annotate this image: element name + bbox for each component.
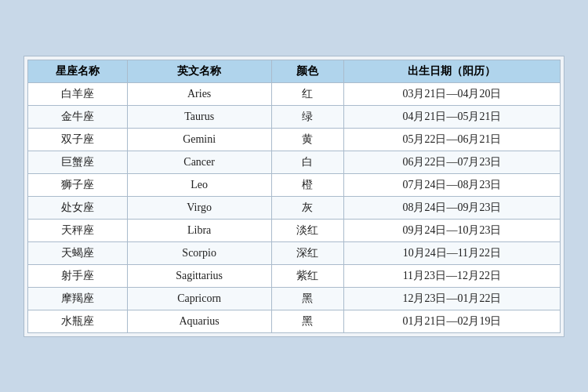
cell-date: 05月22日—06月21日 bbox=[343, 128, 560, 151]
cell-color: 深红 bbox=[271, 241, 343, 264]
table-header-row: 星座名称 英文名称 颜色 出生日期（阳历） bbox=[28, 60, 561, 82]
cell-zh: 水瓶座 bbox=[28, 310, 128, 332]
cell-en: Aries bbox=[127, 82, 271, 105]
table-row: 双子座Gemini黄05月22日—06月21日 bbox=[28, 128, 561, 151]
cell-color: 黑 bbox=[271, 287, 343, 310]
cell-zh: 巨蟹座 bbox=[28, 151, 128, 173]
cell-date: 08月24日—09月23日 bbox=[343, 196, 560, 219]
cell-en: Sagittarius bbox=[127, 264, 271, 287]
cell-date: 01月21日—02月19日 bbox=[343, 310, 560, 332]
cell-en: Scorpio bbox=[127, 241, 271, 264]
cell-date: 10月24日—11月22日 bbox=[343, 241, 560, 264]
table-row: 白羊座Aries红03月21日—04月20日 bbox=[28, 82, 561, 105]
cell-en: Virgo bbox=[127, 196, 271, 219]
cell-zh: 狮子座 bbox=[28, 173, 128, 196]
cell-zh: 金牛座 bbox=[28, 105, 128, 128]
cell-color: 红 bbox=[271, 82, 343, 105]
cell-zh: 天秤座 bbox=[28, 219, 128, 241]
cell-date: 11月23日—12月22日 bbox=[343, 264, 560, 287]
table-row: 狮子座Leo橙07月24日—08月23日 bbox=[28, 173, 561, 196]
table-row: 摩羯座Capricorn黑12月23日—01月22日 bbox=[28, 287, 561, 310]
cell-en: Taurus bbox=[127, 105, 271, 128]
cell-zh: 摩羯座 bbox=[28, 287, 128, 310]
cell-color: 绿 bbox=[271, 105, 343, 128]
cell-zh: 处女座 bbox=[28, 196, 128, 219]
cell-color: 紫红 bbox=[271, 264, 343, 287]
cell-date: 07月24日—08月23日 bbox=[343, 173, 560, 196]
header-color: 颜色 bbox=[271, 60, 343, 82]
table-row: 巨蟹座Cancer白06月22日—07月23日 bbox=[28, 151, 561, 173]
zodiac-table-container: 星座名称 英文名称 颜色 出生日期（阳历） 白羊座Aries红03月21日—04… bbox=[24, 56, 564, 337]
cell-color: 橙 bbox=[271, 173, 343, 196]
zodiac-table: 星座名称 英文名称 颜色 出生日期（阳历） 白羊座Aries红03月21日—04… bbox=[27, 60, 561, 333]
cell-color: 黑 bbox=[271, 310, 343, 332]
cell-en: Aquarius bbox=[127, 310, 271, 332]
cell-en: Libra bbox=[127, 219, 271, 241]
cell-color: 灰 bbox=[271, 196, 343, 219]
cell-zh: 双子座 bbox=[28, 128, 128, 151]
header-en: 英文名称 bbox=[127, 60, 271, 82]
cell-en: Cancer bbox=[127, 151, 271, 173]
cell-en: Capricorn bbox=[127, 287, 271, 310]
cell-color: 淡红 bbox=[271, 219, 343, 241]
header-zh: 星座名称 bbox=[28, 60, 128, 82]
cell-zh: 射手座 bbox=[28, 264, 128, 287]
cell-zh: 天蝎座 bbox=[28, 241, 128, 264]
header-date: 出生日期（阳历） bbox=[343, 60, 560, 82]
table-row: 天蝎座Scorpio深红10月24日—11月22日 bbox=[28, 241, 561, 264]
table-row: 水瓶座Aquarius黑01月21日—02月19日 bbox=[28, 310, 561, 332]
table-row: 金牛座Taurus绿04月21日—05月21日 bbox=[28, 105, 561, 128]
cell-zh: 白羊座 bbox=[28, 82, 128, 105]
cell-color: 白 bbox=[271, 151, 343, 173]
table-row: 射手座Sagittarius紫红11月23日—12月22日 bbox=[28, 264, 561, 287]
cell-date: 04月21日—05月21日 bbox=[343, 105, 560, 128]
cell-date: 12月23日—01月22日 bbox=[343, 287, 560, 310]
cell-date: 06月22日—07月23日 bbox=[343, 151, 560, 173]
cell-color: 黄 bbox=[271, 128, 343, 151]
table-row: 处女座Virgo灰08月24日—09月23日 bbox=[28, 196, 561, 219]
table-row: 天秤座Libra淡红09月24日—10月23日 bbox=[28, 219, 561, 241]
cell-en: Leo bbox=[127, 173, 271, 196]
cell-en: Gemini bbox=[127, 128, 271, 151]
cell-date: 03月21日—04月20日 bbox=[343, 82, 560, 105]
cell-date: 09月24日—10月23日 bbox=[343, 219, 560, 241]
